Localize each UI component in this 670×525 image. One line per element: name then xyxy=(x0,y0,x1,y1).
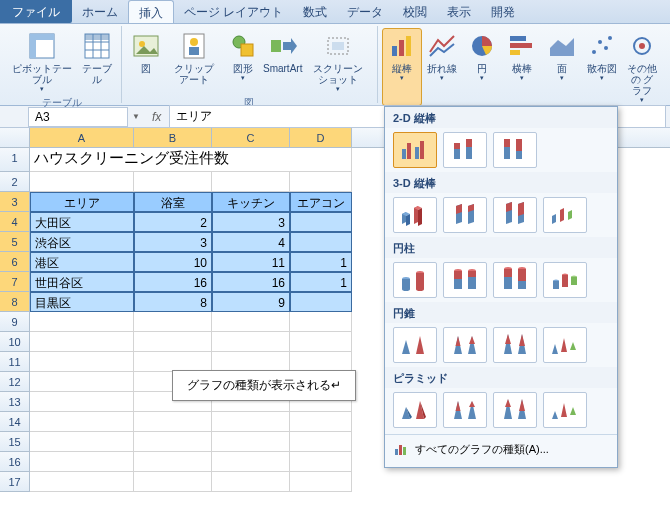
cell[interactable] xyxy=(30,372,134,392)
tab-pagelayout[interactable]: ページ レイアウト xyxy=(174,0,293,23)
cell[interactable] xyxy=(212,472,290,492)
chart-3d-100stacked[interactable] xyxy=(493,197,537,233)
screenshot-button[interactable]: スクリーン ショット▾ xyxy=(303,28,373,95)
chart-cyl-3d[interactable] xyxy=(543,262,587,298)
tab-data[interactable]: データ xyxy=(337,0,393,23)
col-header-A[interactable]: A xyxy=(30,128,134,147)
row-header[interactable]: 6 xyxy=(0,252,30,272)
cell-value[interactable] xyxy=(290,232,352,252)
cell[interactable] xyxy=(212,172,290,192)
cell[interactable] xyxy=(290,412,352,432)
cell-area[interactable]: 大田区 xyxy=(30,212,134,232)
tab-home[interactable]: ホーム xyxy=(72,0,128,23)
namebox-dropdown[interactable]: ▼ xyxy=(128,112,144,121)
chart-cyl-100stacked[interactable] xyxy=(493,262,537,298)
table-button[interactable]: テーブル xyxy=(77,28,117,95)
row-header[interactable]: 17 xyxy=(0,472,30,492)
tab-view[interactable]: 表示 xyxy=(437,0,481,23)
chart-pyr-clustered[interactable] xyxy=(393,392,437,428)
row-header[interactable]: 10 xyxy=(0,332,30,352)
chart-cone-100stacked[interactable] xyxy=(493,327,537,363)
cell[interactable] xyxy=(30,352,134,372)
all-chart-types[interactable]: すべてのグラフの種類(A)... xyxy=(385,434,617,463)
chart-cone-3d[interactable] xyxy=(543,327,587,363)
cell-value[interactable]: 1 xyxy=(290,272,352,292)
cell[interactable] xyxy=(290,332,352,352)
cell[interactable] xyxy=(212,332,290,352)
pie-chart-button[interactable]: 円▾ xyxy=(462,28,502,106)
row-header[interactable]: 9 xyxy=(0,312,30,332)
cell-value[interactable]: 11 xyxy=(212,252,290,272)
tab-formulas[interactable]: 数式 xyxy=(293,0,337,23)
row-header[interactable]: 5 xyxy=(0,232,30,252)
cell[interactable] xyxy=(30,412,134,432)
chart-cone-clustered[interactable] xyxy=(393,327,437,363)
chart-cone-stacked[interactable] xyxy=(443,327,487,363)
chart-3d-clustered[interactable] xyxy=(393,197,437,233)
table-header[interactable]: エリア xyxy=(30,192,134,212)
cell[interactable] xyxy=(134,452,212,472)
column-chart-button[interactable]: 縦棒▾ xyxy=(382,28,422,106)
select-all-corner[interactable] xyxy=(0,128,30,147)
chart-2d-stacked[interactable] xyxy=(443,132,487,168)
title-cell[interactable]: ハウスクリーニング受注件数 xyxy=(30,148,352,172)
cell-area[interactable]: 世田谷区 xyxy=(30,272,134,292)
cell[interactable] xyxy=(30,332,134,352)
other-chart-button[interactable]: その他の グラフ▾ xyxy=(622,28,662,106)
cell[interactable] xyxy=(290,312,352,332)
cell[interactable] xyxy=(290,472,352,492)
col-header-D[interactable]: D xyxy=(290,128,352,147)
cell-value[interactable]: 8 xyxy=(134,292,212,312)
cell-value[interactable]: 3 xyxy=(134,232,212,252)
cell[interactable] xyxy=(134,312,212,332)
row-header[interactable]: 13 xyxy=(0,392,30,412)
tab-developer[interactable]: 開発 xyxy=(481,0,525,23)
cell[interactable] xyxy=(134,472,212,492)
cell[interactable] xyxy=(212,412,290,432)
row-header[interactable]: 12 xyxy=(0,372,30,392)
cell-value[interactable]: 3 xyxy=(212,212,290,232)
picture-button[interactable]: 図 xyxy=(126,28,166,95)
smartart-button[interactable]: SmartArt xyxy=(263,28,303,95)
scatter-chart-button[interactable]: 散布図▾ xyxy=(582,28,622,106)
fx-icon[interactable]: fx xyxy=(152,110,161,124)
cell[interactable] xyxy=(134,172,212,192)
chart-pyr-stacked[interactable] xyxy=(443,392,487,428)
cell-value[interactable]: 16 xyxy=(134,272,212,292)
cell[interactable] xyxy=(30,472,134,492)
table-header[interactable]: キッチン xyxy=(212,192,290,212)
cell[interactable] xyxy=(134,432,212,452)
row-header[interactable]: 11 xyxy=(0,352,30,372)
row-header[interactable]: 16 xyxy=(0,452,30,472)
tab-insert[interactable]: 挿入 xyxy=(128,0,174,23)
shapes-button[interactable]: 図形▾ xyxy=(223,28,263,95)
cell[interactable] xyxy=(134,412,212,432)
col-header-C[interactable]: C xyxy=(212,128,290,147)
tab-file[interactable]: ファイル xyxy=(0,0,72,23)
cell[interactable] xyxy=(30,452,134,472)
chart-cyl-stacked[interactable] xyxy=(443,262,487,298)
line-chart-button[interactable]: 折れ線▾ xyxy=(422,28,462,106)
cell[interactable] xyxy=(290,172,352,192)
cell-area[interactable]: 渋谷区 xyxy=(30,232,134,252)
cell[interactable] xyxy=(30,392,134,412)
chart-pyr-100stacked[interactable] xyxy=(493,392,537,428)
cell-value[interactable]: 1 xyxy=(290,252,352,272)
row-header[interactable]: 2 xyxy=(0,172,30,192)
row-header[interactable]: 4 xyxy=(0,212,30,232)
name-box[interactable]: A3 xyxy=(28,107,128,127)
cell-value[interactable]: 2 xyxy=(134,212,212,232)
cell[interactable] xyxy=(212,452,290,472)
cell-value[interactable]: 9 xyxy=(212,292,290,312)
cell[interactable] xyxy=(290,432,352,452)
row-header[interactable]: 14 xyxy=(0,412,30,432)
cell[interactable] xyxy=(212,432,290,452)
chart-2d-clustered[interactable] xyxy=(393,132,437,168)
cell[interactable] xyxy=(134,332,212,352)
cell-area[interactable]: 港区 xyxy=(30,252,134,272)
cell[interactable] xyxy=(30,172,134,192)
cell[interactable] xyxy=(212,352,290,372)
area-chart-button[interactable]: 面▾ xyxy=(542,28,582,106)
tab-review[interactable]: 校閲 xyxy=(393,0,437,23)
cell[interactable] xyxy=(290,352,352,372)
